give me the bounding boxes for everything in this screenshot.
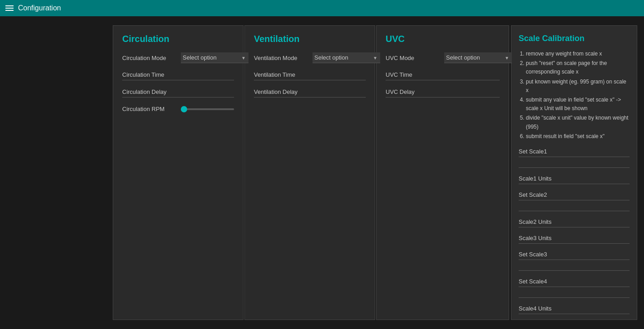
instruction-2: push "reset" on scale page for the corre…	[526, 59, 630, 76]
app-title: Configuration	[18, 4, 61, 12]
circulation-mode-row: Circulation Mode Select optionContinuous…	[122, 52, 234, 63]
circulation-mode-label: Circulation Mode	[122, 55, 176, 61]
ventilation-mode-select-container: Select optionContinuousTimerManual	[313, 52, 380, 63]
scale-instructions: remove any weight from scale x push "res…	[519, 50, 630, 141]
instruction-6: submit result in field "set scale x"	[526, 132, 630, 141]
set-scale1-field: Set Scale1	[519, 148, 630, 168]
uvc-panel: UVC UVC Mode Select optionContinuousTime…	[376, 25, 509, 320]
scale1-units-field: Scale1 Units	[519, 175, 630, 184]
menu-icon[interactable]	[5, 5, 14, 11]
set-scale3-field: Set Scale3	[519, 251, 630, 271]
set-scale4-field: Set Scale4	[519, 278, 630, 298]
ventilation-panel: Ventilation Ventilation Mode Select opti…	[244, 25, 375, 320]
scale4-units-field: Scale4 Units	[519, 305, 630, 314]
instruction-3: put known weight (eg. 995 gram) on scale…	[526, 78, 630, 95]
scale-calibration-title: Scale Calibration	[519, 34, 630, 43]
circulation-delay-row: Circulation Delay	[122, 88, 234, 97]
uvc-title: UVC	[386, 34, 500, 44]
ventilation-mode-label: Ventilation Mode	[254, 55, 308, 61]
uvc-time-row: UVC Time	[386, 71, 500, 80]
circulation-panel: Circulation Circulation Mode Select opti…	[113, 25, 244, 320]
set-scale3-label: Set Scale3	[519, 251, 630, 260]
scale-calibration-panel: Scale Calibration remove any weight from…	[511, 25, 637, 320]
scale3-units-field: Scale3 Units	[519, 235, 630, 244]
set-scale2-label: Set Scale2	[519, 191, 630, 200]
instruction-4: submit any value in field "set scale x" …	[526, 96, 630, 113]
ventilation-delay-label: Ventilation Delay	[254, 88, 366, 97]
circulation-rpm-row: Circulation RPM	[122, 106, 234, 112]
uvc-mode-select-container: Select optionContinuousTimerManual	[444, 52, 512, 63]
circulation-rpm-track	[181, 108, 234, 110]
scale2-units-label: Scale2 Units	[519, 218, 630, 227]
circulation-delay-label: Circulation Delay	[122, 88, 234, 97]
set-scale4-label: Set Scale4	[519, 278, 630, 287]
scale1-units-label: Scale1 Units	[519, 175, 630, 184]
ventilation-mode-row: Ventilation Mode Select optionContinuous…	[254, 52, 366, 63]
circulation-mode-select[interactable]: Select optionContinuousTimerManual	[181, 52, 248, 63]
ventilation-time-label: Ventilation Time	[254, 71, 366, 80]
uvc-mode-label: UVC Mode	[386, 55, 440, 61]
circulation-rpm-thumb[interactable]	[181, 106, 187, 112]
set-scale1-input[interactable]	[519, 159, 630, 168]
circulation-rpm-label: Circulation RPM	[122, 106, 176, 112]
instruction-1: remove any weight from scale x	[526, 50, 630, 58]
ventilation-time-row: Ventilation Time	[254, 71, 366, 80]
circulation-title: Circulation	[122, 34, 234, 44]
set-scale3-input[interactable]	[519, 262, 630, 271]
circulation-time-label: Circulation Time	[122, 71, 234, 80]
set-scale1-label: Set Scale1	[519, 148, 630, 157]
set-scale4-input[interactable]	[519, 289, 630, 298]
circulation-mode-select-container: Select optionContinuousTimerManual	[181, 52, 248, 63]
uvc-delay-row: UVC Delay	[386, 88, 500, 97]
instruction-5: divide "scale x unit" value by known wei…	[526, 114, 630, 131]
ventilation-mode-select[interactable]: Select optionContinuousTimerManual	[313, 52, 380, 63]
set-scale2-field: Set Scale2	[519, 191, 630, 211]
uvc-mode-row: UVC Mode Select optionContinuousTimerMan…	[386, 52, 500, 63]
scale2-units-field: Scale2 Units	[519, 218, 630, 227]
set-scale2-input[interactable]	[519, 202, 630, 211]
ventilation-delay-row: Ventilation Delay	[254, 88, 366, 97]
topbar: Configuration	[0, 0, 644, 16]
uvc-mode-select[interactable]: Select optionContinuousTimerManual	[444, 52, 512, 63]
panels-container: Circulation Circulation Mode Select opti…	[113, 25, 637, 320]
ventilation-title: Ventilation	[254, 34, 366, 44]
scale4-units-label: Scale4 Units	[519, 305, 630, 314]
circulation-time-row: Circulation Time	[122, 71, 234, 80]
uvc-time-label: UVC Time	[386, 71, 500, 80]
scale3-units-label: Scale3 Units	[519, 235, 630, 244]
uvc-delay-label: UVC Delay	[386, 88, 500, 97]
main-content: Circulation Circulation Mode Select opti…	[0, 16, 644, 329]
